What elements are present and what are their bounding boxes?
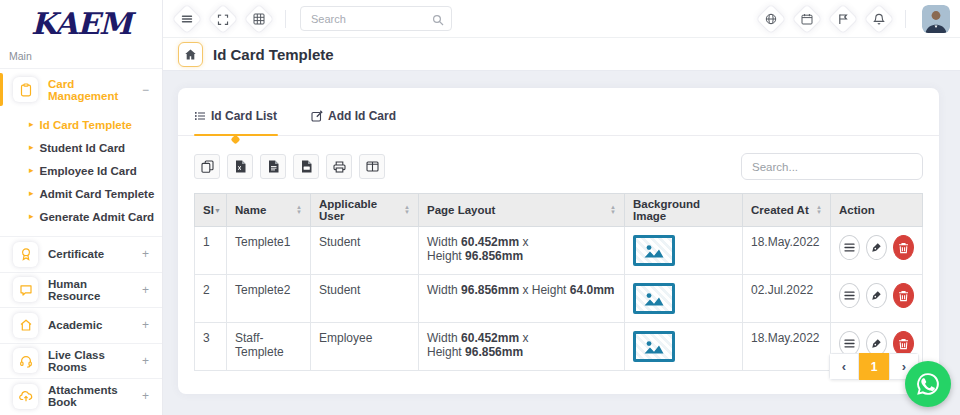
- background-image-thumbnail[interactable]: [633, 331, 675, 362]
- card-management-submenu: ▸ Id Card Templete ▸ Student Id Card ▸ E…: [0, 110, 162, 236]
- menu-toggle-button[interactable]: [171, 3, 202, 34]
- certificate-icon: [13, 242, 38, 267]
- caret-icon: ▸: [29, 166, 34, 175]
- sidebar-item-human-resource[interactable]: Human Resource +: [0, 273, 162, 308]
- pagination-page-1[interactable]: 1: [859, 353, 889, 380]
- content-card: Id Card List Add Id Card: [178, 88, 939, 394]
- home-icon: [13, 313, 38, 338]
- row-delete-button[interactable]: [893, 283, 914, 308]
- file-excel-icon: [235, 160, 246, 173]
- sidebar-item-label: Human Resource: [48, 278, 142, 302]
- sidebar-item-label: Card Management: [48, 78, 142, 102]
- cell-action: [831, 275, 923, 323]
- user-avatar[interactable]: [922, 5, 950, 33]
- sidebar-item-label: Certificate: [48, 248, 104, 260]
- fullscreen-button[interactable]: [207, 3, 238, 34]
- home-icon: [184, 48, 197, 61]
- list-icon: [194, 110, 206, 122]
- pen-icon: [871, 242, 882, 253]
- export-csv-button[interactable]: [260, 154, 286, 179]
- sidebar-item-academic[interactable]: Academic +: [0, 308, 162, 343]
- pen-icon: [871, 290, 882, 301]
- collapse-toggle[interactable]: −: [142, 83, 149, 97]
- column-label: Page Layout: [427, 204, 495, 216]
- avatar-image: [922, 5, 950, 33]
- column-header-background-image[interactable]: Background Image: [625, 194, 743, 227]
- column-header-page-layout[interactable]: Page Layout▲▼: [419, 194, 625, 227]
- expand-toggle[interactable]: +: [142, 354, 149, 368]
- sidebar-subitem-id-card-templete[interactable]: ▸ Id Card Templete: [0, 113, 162, 136]
- table-search: [741, 153, 923, 180]
- export-pdf-button[interactable]: [293, 154, 319, 179]
- sidebar-item-card-management[interactable]: Card Management −: [0, 69, 162, 110]
- subitem-label: Admit Card Templete: [40, 188, 155, 200]
- expand-toggle[interactable]: +: [142, 389, 149, 403]
- sidebar: KAEM Main Card Management − ▸ Id Card Te…: [0, 0, 163, 415]
- column-label: Sl: [203, 204, 214, 216]
- background-image-thumbnail[interactable]: [633, 283, 675, 314]
- sidebar-item-live-class-rooms[interactable]: Live Class Rooms +: [0, 344, 162, 379]
- column-visibility-button[interactable]: [359, 154, 385, 179]
- row-details-button[interactable]: [839, 235, 860, 260]
- cell-created-at: 18.May.2022: [743, 227, 831, 275]
- subitem-label: Employee Id Card: [40, 165, 137, 177]
- pen-icon: [871, 338, 882, 349]
- tab-id-card-list[interactable]: Id Card List: [194, 109, 277, 135]
- table-row: 1 Templete1 Student Width 60.452mm x Hei…: [195, 227, 923, 275]
- expand-toggle[interactable]: +: [142, 283, 149, 297]
- flag-button[interactable]: [827, 3, 858, 34]
- sidebar-subitem-employee-id-card[interactable]: ▸ Employee Id Card: [0, 159, 162, 182]
- global-search-input[interactable]: [300, 6, 452, 31]
- sidebar-item-certificate[interactable]: Certificate +: [0, 237, 162, 272]
- tab-label: Id Card List: [211, 109, 277, 123]
- cell-sl: 2: [195, 275, 227, 323]
- column-header-sl[interactable]: Sl▼: [195, 194, 227, 227]
- image-icon: [643, 243, 665, 259]
- sidebar-subitem-generate-admit-card[interactable]: ▸ Generate Admit Card: [0, 205, 162, 228]
- cell-name: Staff-Templete: [227, 323, 311, 371]
- grid-view-button[interactable]: [243, 3, 274, 34]
- expand-toggle[interactable]: +: [142, 247, 149, 261]
- table-header-row: Sl▼ Name▲▼ Applicable User▲▼ Page Layout…: [195, 194, 923, 227]
- calendar-button[interactable]: [791, 3, 822, 34]
- print-button[interactable]: [326, 154, 352, 179]
- whatsapp-button[interactable]: [905, 361, 951, 407]
- global-search: [300, 6, 452, 31]
- column-header-name[interactable]: Name▲▼: [227, 194, 311, 227]
- row-details-button[interactable]: [839, 283, 860, 308]
- flag-icon: [837, 13, 849, 25]
- sidebar-section-label: Main: [9, 50, 162, 62]
- app-logo[interactable]: KAEM: [0, 0, 162, 46]
- notifications-button[interactable]: [863, 3, 894, 34]
- tab-add-id-card[interactable]: Add Id Card: [311, 109, 396, 135]
- pagination-prev-button[interactable]: ‹: [829, 353, 859, 380]
- cell-background-image: [625, 227, 743, 275]
- table-search-input[interactable]: [741, 153, 923, 180]
- copy-button[interactable]: [194, 154, 220, 179]
- tab-label: Add Id Card: [328, 109, 396, 123]
- sidebar-subitem-admit-card-templete[interactable]: ▸ Admit Card Templete: [0, 182, 162, 205]
- row-edit-button[interactable]: [866, 283, 887, 308]
- top-header: [163, 0, 960, 38]
- column-header-created-at[interactable]: Created At▲▼: [743, 194, 831, 227]
- language-button[interactable]: [755, 3, 786, 34]
- cell-name: Templete1: [227, 227, 311, 275]
- trash-icon: [898, 290, 909, 302]
- column-header-applicable-user[interactable]: Applicable User▲▼: [311, 194, 419, 227]
- sidebar-subitem-student-id-card[interactable]: ▸ Student Id Card: [0, 136, 162, 159]
- background-image-thumbnail[interactable]: [633, 235, 675, 266]
- export-excel-button[interactable]: [227, 154, 253, 179]
- search-icon: [432, 12, 444, 30]
- sidebar-item-label: Live Class Rooms: [48, 349, 142, 373]
- sidebar-item-attachments-book[interactable]: Attachments Book +: [0, 379, 162, 414]
- sort-icon: ▲▼: [816, 205, 822, 215]
- whatsapp-icon: [915, 371, 941, 397]
- row-delete-button[interactable]: [893, 235, 914, 260]
- expand-toggle[interactable]: +: [142, 318, 149, 332]
- sort-desc-icon: ▼: [214, 207, 221, 214]
- row-edit-button[interactable]: [866, 235, 887, 260]
- cell-name: Templete2: [227, 275, 311, 323]
- file-csv-icon: [268, 160, 279, 173]
- home-button[interactable]: [178, 42, 203, 67]
- grid-icon: [253, 13, 265, 25]
